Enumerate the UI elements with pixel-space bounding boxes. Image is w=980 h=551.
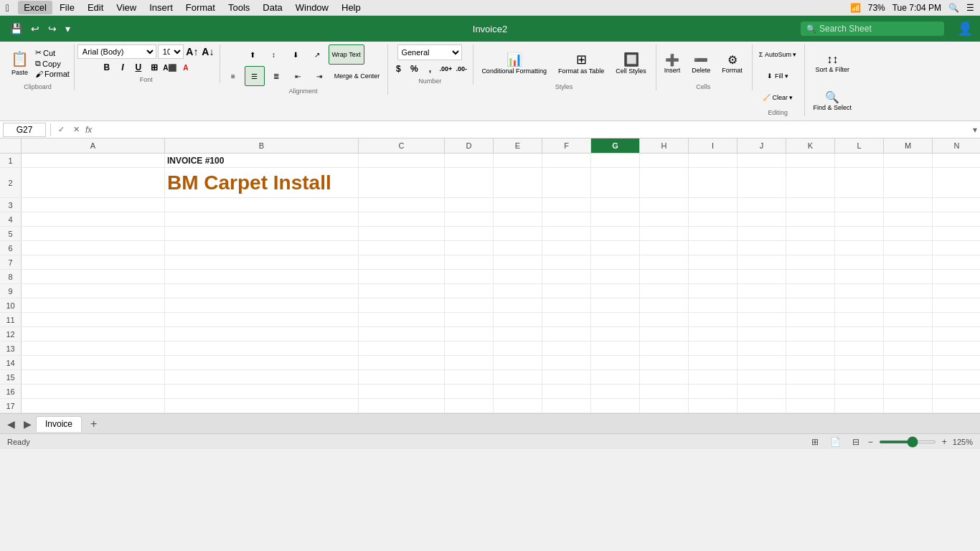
cell-g14[interactable] <box>591 356 640 369</box>
cell-n12[interactable] <box>933 327 980 341</box>
cell-k8[interactable] <box>786 270 835 283</box>
cell-n4[interactable] <box>933 212 980 226</box>
save-quick-btn[interactable]: 💾 <box>7 22 25 36</box>
row-num-9[interactable]: 9 <box>0 284 22 298</box>
cell-n17[interactable] <box>933 399 980 413</box>
cell-j1[interactable] <box>738 154 786 167</box>
autosum-btn[interactable]: Σ AutoSum ▾ <box>755 44 801 65</box>
cell-b15[interactable] <box>165 370 359 384</box>
cell-l11[interactable] <box>835 313 884 326</box>
cell-j3[interactable] <box>738 198 786 212</box>
cell-d12[interactable] <box>445 327 494 341</box>
cell-m8[interactable] <box>884 270 933 283</box>
cell-c3[interactable] <box>359 198 445 212</box>
cell-h13[interactable] <box>640 342 689 355</box>
cell-i12[interactable] <box>689 327 738 341</box>
increase-decimal-btn[interactable]: .00+ <box>438 62 453 76</box>
cell-g12[interactable] <box>591 327 640 341</box>
paste-button[interactable]: 📋 Paste <box>6 44 34 82</box>
row-num-15[interactable]: 15 <box>0 370 22 384</box>
function-check-btn[interactable]: ✓ <box>55 125 67 134</box>
search-icon[interactable]: 🔍 <box>948 3 959 13</box>
cell-l7[interactable] <box>835 255 884 269</box>
cell-b12[interactable] <box>165 327 359 341</box>
cell-d8[interactable] <box>445 270 494 283</box>
cell-m6[interactable] <box>884 241 933 255</box>
cell-b8[interactable] <box>165 270 359 283</box>
cell-m10[interactable] <box>884 298 933 312</box>
menu-insert[interactable]: Insert <box>143 1 179 14</box>
cell-b5[interactable] <box>165 227 359 240</box>
cell-k10[interactable] <box>786 298 835 312</box>
cell-f15[interactable] <box>542 370 591 384</box>
cell-l9[interactable] <box>835 284 884 298</box>
cell-a15[interactable] <box>22 370 165 384</box>
col-header-c[interactable]: C <box>359 138 445 153</box>
cell-i6[interactable] <box>689 241 738 255</box>
cell-k16[interactable] <box>786 385 835 398</box>
cell-n2[interactable] <box>933 168 980 197</box>
cell-n10[interactable] <box>933 298 980 312</box>
cell-c1[interactable] <box>359 154 445 167</box>
col-header-g[interactable]: G <box>591 138 640 153</box>
cell-k3[interactable] <box>786 198 835 212</box>
menu-data[interactable]: Data <box>257 1 288 14</box>
cell-f2[interactable] <box>542 168 591 197</box>
cell-b11[interactable] <box>165 313 359 326</box>
cell-h6[interactable] <box>640 241 689 255</box>
cell-i2[interactable] <box>689 168 738 197</box>
menu-view[interactable]: View <box>110 1 142 14</box>
row-num-16[interactable]: 16 <box>0 385 22 398</box>
menu-edit[interactable]: Edit <box>82 1 109 14</box>
cell-g17[interactable] <box>591 399 640 413</box>
insert-cells-btn[interactable]: ➕ Insert <box>659 44 686 82</box>
wrap-text-btn[interactable]: Wrap Text <box>329 44 364 65</box>
cell-e15[interactable] <box>494 370 542 384</box>
cell-g9[interactable] <box>591 284 640 298</box>
row-num-6[interactable]: 6 <box>0 241 22 255</box>
cell-c2[interactable] <box>359 168 445 197</box>
indent-increase-btn[interactable]: ⇥ <box>309 66 329 86</box>
cell-i11[interactable] <box>689 313 738 326</box>
cell-a13[interactable] <box>22 342 165 355</box>
cell-g5[interactable] <box>591 227 640 240</box>
cell-m11[interactable] <box>884 313 933 326</box>
cell-l3[interactable] <box>835 198 884 212</box>
cell-f17[interactable] <box>542 399 591 413</box>
cell-m3[interactable] <box>884 198 933 212</box>
cell-j17[interactable] <box>738 399 786 413</box>
cell-g13[interactable] <box>591 342 640 355</box>
cell-g16[interactable] <box>591 385 640 398</box>
cell-h7[interactable] <box>640 255 689 269</box>
cell-d13[interactable] <box>445 342 494 355</box>
prev-sheet-btn[interactable]: ◀ <box>3 418 19 430</box>
cell-h1[interactable] <box>640 154 689 167</box>
cell-n1[interactable] <box>933 154 980 167</box>
cell-f8[interactable] <box>542 270 591 283</box>
col-header-j[interactable]: J <box>738 138 786 153</box>
increase-font-btn[interactable]: A↑ <box>185 44 199 59</box>
cell-e17[interactable] <box>494 399 542 413</box>
quick-access-dropdown[interactable]: ▾ <box>62 22 73 36</box>
cell-f7[interactable] <box>542 255 591 269</box>
col-header-e[interactable]: E <box>494 138 542 153</box>
cell-h4[interactable] <box>640 212 689 226</box>
cell-m9[interactable] <box>884 284 933 298</box>
cell-k14[interactable] <box>786 356 835 369</box>
formula-input[interactable] <box>95 123 970 137</box>
cell-h15[interactable] <box>640 370 689 384</box>
cell-j8[interactable] <box>738 270 786 283</box>
cell-n14[interactable] <box>933 356 980 369</box>
cell-d3[interactable] <box>445 198 494 212</box>
delete-cells-btn[interactable]: ➖ Delete <box>687 44 715 82</box>
cell-k7[interactable] <box>786 255 835 269</box>
cell-d6[interactable] <box>445 241 494 255</box>
cut-label[interactable]: Cut <box>43 49 55 57</box>
page-break-btn[interactable]: ⊟ <box>849 435 862 448</box>
cell-d14[interactable] <box>445 356 494 369</box>
cell-b6[interactable] <box>165 241 359 255</box>
cell-g2[interactable] <box>591 168 640 197</box>
cell-m1[interactable] <box>884 154 933 167</box>
conditional-formatting-btn[interactable]: 📊 Conditional Formatting <box>476 44 552 82</box>
border-button[interactable]: ⊞ <box>147 60 161 75</box>
